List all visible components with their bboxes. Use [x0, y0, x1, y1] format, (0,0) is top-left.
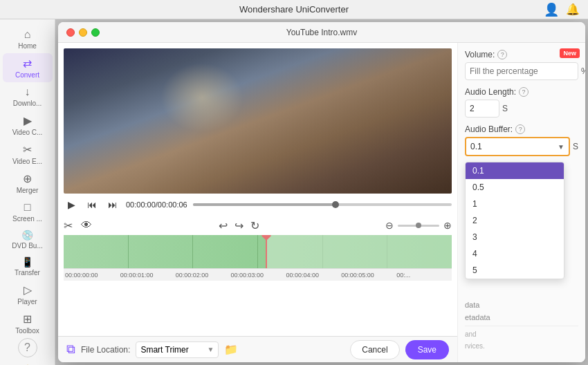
maximize-button[interactable]	[91, 28, 100, 37]
ts-6: 00:...	[396, 272, 452, 279]
video-branch-overlay	[64, 48, 452, 194]
sidebar-item-home[interactable]: ⌂ Home	[3, 25, 53, 53]
sidebar-item-video-edit[interactable]: ✂ Video E...	[3, 140, 53, 169]
dropdown-option-1[interactable]: 1	[466, 196, 564, 212]
redo-icon[interactable]: ↪	[235, 219, 244, 232]
audio-buffer-unit: S	[573, 142, 578, 151]
folder-icon[interactable]: 📁	[224, 343, 238, 356]
audio-buffer-label: Audio Buffer:	[465, 124, 513, 134]
dropdown-option-4[interactable]: 4	[466, 245, 564, 262]
merger-icon: ⊕	[23, 172, 32, 185]
zoom-slider[interactable]	[398, 225, 439, 227]
video-section: ▶ ⏮ ⏭ 00:00:00/00:00:06	[58, 43, 457, 362]
video-container	[64, 48, 452, 194]
sidebar-item-label: Downlo...	[13, 100, 42, 107]
sidebar-item-merger[interactable]: ⊕ Merger	[3, 169, 53, 198]
next-button[interactable]: ⏭	[105, 197, 120, 212]
sidebar-item-player[interactable]: ▷ Player	[3, 280, 53, 309]
notification-icon[interactable]: 🔔	[566, 3, 580, 16]
new-badge: New	[560, 48, 580, 58]
screen-icon: □	[24, 201, 31, 214]
audio-length-field: Audio Length: ? S	[465, 87, 578, 118]
ts-4: 00:00:04:00	[286, 272, 341, 279]
play-button[interactable]: ▶	[64, 197, 79, 212]
app-title: Wondershare UniConverter	[239, 4, 349, 15]
app-titlebar: Wondershare UniConverter 👤 🔔	[0, 0, 588, 19]
sidebar-item-dvd[interactable]: 💿 DVD Bu...	[3, 226, 53, 253]
undo-icon[interactable]: ↩	[219, 219, 228, 232]
dropdown-option-0-1[interactable]: 0.1	[466, 162, 564, 179]
file-location-select[interactable]: Smart Trimer ▼	[136, 341, 219, 358]
sidebar-item-label: Player	[17, 298, 37, 306]
file-location-icon: ⧉	[66, 342, 75, 357]
dropdown-option-2[interactable]: 2	[466, 212, 564, 229]
dropdown-arrow-icon: ▼	[558, 143, 564, 151]
audio-length-help[interactable]: ?	[519, 87, 529, 97]
dialog-body: ▶ ⏮ ⏭ 00:00:00/00:00:06	[58, 43, 585, 362]
zoom-in-icon[interactable]: ⊕	[443, 220, 452, 231]
sidebar-item-label: Screen ...	[12, 215, 42, 223]
zoom-thumb	[416, 223, 421, 228]
promo-text-3: and	[465, 330, 578, 338]
bell-icon[interactable]: 🔔	[18, 360, 37, 365]
home-icon: ⌂	[24, 28, 31, 41]
cut-icon[interactable]: ✂	[64, 219, 73, 232]
controls-bar: ▶ ⏮ ⏭ 00:00:00/00:00:06	[58, 194, 457, 216]
playhead[interactable]	[266, 235, 267, 268]
prev-button[interactable]: ⏮	[84, 197, 100, 212]
dialog-title: YouTube Intro.wmv	[286, 28, 358, 37]
file-select-arrow: ▼	[207, 346, 214, 353]
sidebar-item-download[interactable]: ↓ Downlo...	[3, 82, 53, 111]
volume-help[interactable]: ?	[497, 50, 507, 59]
eye-icon[interactable]: 👁	[81, 219, 92, 232]
zoom-out-icon[interactable]: ⊖	[385, 220, 394, 231]
timeline-container: 00:00:00:00 00:00:01:00 00:00:02:00 00:0…	[64, 235, 452, 336]
close-button[interactable]	[66, 28, 75, 37]
sidebar-item-video-compress[interactable]: ▶ Video C...	[3, 111, 53, 140]
edit-bar: ✂ 👁 ↩ ↪ ↻ ⊖	[58, 216, 457, 235]
dialog-titlebar: YouTube Intro.wmv	[58, 22, 585, 43]
file-location-label: File Location:	[81, 345, 130, 355]
dropdown-option-3[interactable]: 3	[466, 229, 564, 245]
ts-2: 00:00:02:00	[176, 272, 231, 279]
help-icon[interactable]: ?	[18, 338, 37, 357]
audio-length-label: Audio Length:	[465, 87, 516, 97]
audio-length-unit: S	[502, 104, 508, 113]
sidebar-item-label: Video C...	[12, 129, 43, 136]
right-panel: New Volume: ? %	[457, 43, 585, 362]
sidebar-item-label: Convert	[15, 71, 39, 79]
dropdown-option-0-5[interactable]: 0.5	[466, 179, 564, 196]
refresh-icon[interactable]: ↻	[250, 219, 259, 232]
ts-0: 00:00:00:00	[64, 272, 120, 279]
promo-text-2: etadata	[465, 313, 578, 321]
sidebar-item-toolbox[interactable]: ⊞ Toolbox	[3, 309, 53, 338]
volume-label: Volume:	[465, 50, 495, 59]
audio-buffer-value: 0.1	[470, 142, 482, 151]
progress-fill	[193, 203, 336, 206]
video-frame	[64, 48, 452, 194]
timeline-timestamps: 00:00:00:00 00:00:01:00 00:00:02:00 00:0…	[64, 268, 452, 281]
save-button[interactable]: Save	[405, 340, 449, 359]
cancel-button[interactable]: Cancel	[350, 340, 399, 359]
progress-bar[interactable]	[193, 203, 452, 206]
toolbox-icon: ⊞	[23, 312, 32, 326]
progress-thumb	[332, 201, 339, 208]
timeline-track[interactable]	[64, 235, 452, 268]
sidebar-item-transfer[interactable]: 📱 Transfer	[3, 253, 53, 280]
audio-length-input[interactable]	[465, 100, 499, 118]
audio-buffer-help[interactable]: ?	[515, 124, 525, 134]
ts-3: 00:00:03:00	[231, 272, 286, 279]
video-compress-icon: ▶	[24, 114, 32, 127]
video-edit-icon: ✂	[23, 143, 32, 156]
dialog: YouTube Intro.wmv	[58, 22, 585, 362]
minimize-button[interactable]	[79, 28, 87, 37]
sidebar-item-label: Merger	[17, 187, 39, 194]
audio-buffer-dropdown[interactable]: 0.1 ▼	[465, 137, 570, 156]
sidebar-item-convert[interactable]: ⇄ Convert	[3, 53, 53, 82]
user-icon[interactable]: 👤	[544, 2, 559, 17]
sidebar-item-screen[interactable]: □ Screen ...	[3, 198, 53, 226]
ts-5: 00:00:05:00	[341, 272, 396, 279]
sidebar-item-label: DVD Bu...	[12, 242, 42, 250]
volume-input[interactable]	[465, 62, 578, 80]
dropdown-option-5[interactable]: 5	[466, 262, 564, 279]
